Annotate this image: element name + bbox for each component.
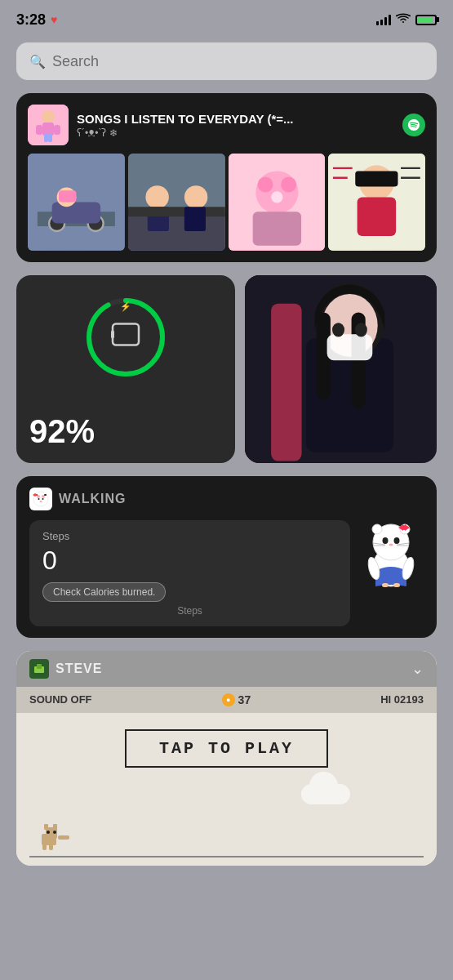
spotify-album-art <box>28 105 69 145</box>
photo-widget <box>245 275 437 463</box>
signal-bar-4 <box>389 15 391 25</box>
battery-lightning-icon: ⚡ <box>120 301 131 312</box>
svg-point-64 <box>402 525 406 530</box>
calories-badge[interactable]: Check Calories burned. <box>42 582 166 602</box>
svg-rect-4 <box>54 125 60 135</box>
spotify-thumb-1 <box>28 154 125 251</box>
walking-content: Steps 0 Check Calories burned. Steps <box>29 520 424 626</box>
steve-header-left: STEVE <box>29 659 102 679</box>
battery-fill <box>418 17 433 23</box>
chevron-down-icon[interactable]: ⌄ <box>411 660 424 678</box>
photo-inner <box>245 275 437 463</box>
svg-rect-18 <box>128 207 225 216</box>
battery-widget[interactable]: ⚡ 92% <box>16 275 235 463</box>
steve-stats: SOUND OFF ● 37 HI 02193 <box>16 687 437 713</box>
spotify-thumb-4 <box>328 154 425 251</box>
search-bar[interactable]: 🔍 Search <box>16 42 437 80</box>
dino-area <box>29 817 424 858</box>
steve-coins: ● 37 <box>222 693 251 706</box>
cloud-decoration <box>301 784 350 804</box>
svg-rect-15 <box>128 212 225 251</box>
tap-to-play-button[interactable]: TAP TO PLAY <box>125 729 328 768</box>
svg-rect-78 <box>37 664 42 669</box>
steps-box: Steps 0 Check Calories burned. Steps <box>29 520 350 626</box>
walking-app-icon <box>29 488 52 510</box>
steve-hi-score: HI 02193 <box>380 693 424 706</box>
spotify-thumbnails <box>28 154 425 251</box>
svg-rect-36 <box>111 330 114 338</box>
spotify-header: SONGS I LISTEN TO EVERYDAY (*=... ʕ´•ᴥ•`… <box>28 105 425 145</box>
svg-rect-11 <box>52 202 100 223</box>
steve-header: STEVE ⌄ <box>16 651 437 687</box>
svg-rect-86 <box>42 844 47 850</box>
spotify-track-info: SONGS I LISTEN TO EVERYDAY (*=... ʕ´•ᴥ•`… <box>77 112 294 139</box>
coin-icon: ● <box>222 693 235 706</box>
search-icon: 🔍 <box>29 54 46 69</box>
walking-widget[interactable]: WALKING Steps 0 Check Calories burned. S… <box>16 476 437 638</box>
svg-rect-82 <box>53 824 57 830</box>
wifi-icon <box>396 13 411 27</box>
spotify-widget[interactable]: SONGS I LISTEN TO EVERYDAY (*=... ʕ´•ᴥ•`… <box>16 93 437 262</box>
svg-point-45 <box>332 323 344 336</box>
svg-rect-87 <box>49 844 53 850</box>
svg-point-46 <box>354 323 366 336</box>
status-bar: 3:28 ♥ <box>0 0 453 36</box>
battery-status-icon <box>415 15 437 25</box>
svg-point-16 <box>145 185 169 209</box>
svg-point-19 <box>184 185 208 209</box>
status-time: 3:28 <box>16 11 46 29</box>
status-right <box>376 13 437 27</box>
spotify-title: SONGS I LISTEN TO EVERYDAY (*=... <box>77 112 294 126</box>
svg-point-53 <box>38 498 40 500</box>
signal-bar-2 <box>380 20 383 25</box>
spotify-subtitle: ʕ´•ᴥ•`ʔ ❄ <box>77 127 294 139</box>
svg-point-65 <box>382 537 388 544</box>
svg-point-25 <box>271 191 282 203</box>
signal-bars <box>376 14 391 25</box>
battery-circle-container: ⚡ <box>29 296 222 378</box>
svg-rect-30 <box>356 171 398 186</box>
search-placeholder: Search <box>52 53 99 70</box>
svg-point-83 <box>47 831 50 834</box>
signal-bar-1 <box>376 21 379 25</box>
status-left: 3:28 ♥ <box>16 11 57 29</box>
steve-coins-value: 37 <box>238 693 251 706</box>
svg-point-1 <box>42 110 55 123</box>
spotify-header-left: SONGS I LISTEN TO EVERYDAY (*=... ʕ´•ᴥ•`… <box>28 105 294 145</box>
steve-widget[interactable]: STEVE ⌄ SOUND OFF ● 37 HI 02193 TAP TO P… <box>16 651 437 866</box>
svg-rect-85 <box>58 835 69 840</box>
svg-point-84 <box>53 831 56 834</box>
svg-rect-75 <box>393 583 400 587</box>
spotify-thumb-2 <box>128 154 225 251</box>
svg-point-54 <box>42 498 44 500</box>
heart-icon: ♥ <box>51 13 57 26</box>
spotify-logo[interactable] <box>402 114 425 136</box>
spotify-thumb-3 <box>229 154 326 251</box>
ground-line <box>29 856 424 858</box>
svg-rect-38 <box>271 303 301 461</box>
walking-title: WALKING <box>59 492 127 506</box>
svg-point-66 <box>393 537 399 544</box>
svg-rect-55 <box>40 501 42 502</box>
svg-rect-26 <box>252 212 300 246</box>
svg-point-60 <box>372 524 382 534</box>
steve-sound-label: SOUND OFF <box>29 693 92 706</box>
svg-rect-5 <box>44 134 48 142</box>
svg-point-23 <box>257 177 273 193</box>
album-art-inner <box>28 105 69 145</box>
battery-circle: ⚡ <box>85 296 167 378</box>
svg-rect-74 <box>382 583 389 587</box>
svg-rect-81 <box>44 824 48 830</box>
svg-rect-3 <box>36 125 42 135</box>
svg-rect-13 <box>59 190 76 202</box>
battery-percent: 92% <box>29 413 222 450</box>
battery-phone-icon <box>113 319 138 354</box>
middle-row: ⚡ 92% <box>16 275 437 463</box>
svg-rect-29 <box>358 197 397 236</box>
steps-sub-label: Steps <box>42 605 337 617</box>
svg-rect-44 <box>326 334 372 360</box>
steve-game-area: TAP TO PLAY <box>16 713 437 866</box>
svg-rect-6 <box>48 134 52 142</box>
svg-rect-52 <box>44 494 47 496</box>
svg-rect-2 <box>42 122 54 136</box>
